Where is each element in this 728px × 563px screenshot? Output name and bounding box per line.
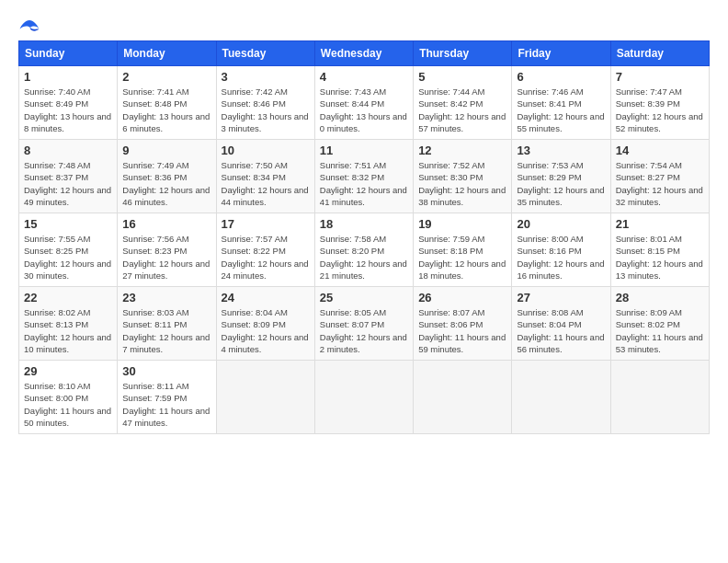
sunrise-label: Sunrise: 7:40 AM [24,86,90,97]
sunset-label: Sunset: 8:09 PM [222,319,286,329]
sunset-label: Sunset: 8:48 PM [122,98,187,109]
daylight-label: Daylight: 12 hours and 46 minutes. [122,185,210,207]
day-info: Sunrise: 7:57 AM Sunset: 8:22 PM Dayligh… [222,233,310,282]
calendar-cell: 28 Sunrise: 8:09 AM Sunset: 8:02 PM Dayl… [610,287,709,361]
daylight-label: Daylight: 12 hours and 10 minutes. [24,332,111,354]
sunrise-label: Sunrise: 8:07 AM [418,307,484,317]
calendar-cell: 7 Sunrise: 7:47 AM Sunset: 8:39 PM Dayli… [610,66,709,140]
daylight-label: Daylight: 12 hours and 32 minutes. [616,185,703,207]
daylight-label: Daylight: 11 hours and 53 minutes. [616,332,703,354]
calendar-cell: 23 Sunrise: 8:03 AM Sunset: 8:11 PM Dayl… [118,287,216,361]
day-info: Sunrise: 7:42 AM Sunset: 8:46 PM Dayligh… [222,86,310,134]
day-number: 18 [320,217,408,231]
sunset-label: Sunset: 8:20 PM [320,246,384,256]
day-number: 8 [24,144,112,157]
calendar-cell: 26 Sunrise: 8:07 AM Sunset: 8:06 PM Dayl… [414,287,512,361]
calendar-cell: 20 Sunrise: 8:00 AM Sunset: 8:16 PM Dayl… [512,213,610,287]
sunset-label: Sunset: 8:16 PM [517,246,581,256]
sunrise-label: Sunrise: 8:00 AM [517,234,583,244]
sunset-label: Sunset: 8:39 PM [616,98,680,109]
daylight-label: Daylight: 13 hours and 0 minutes. [320,111,407,133]
day-info: Sunrise: 7:55 AM Sunset: 8:25 PM Dayligh… [24,233,112,282]
weekday-header-cell: Sunday [19,41,118,66]
daylight-label: Daylight: 12 hours and 55 minutes. [517,111,604,133]
day-number: 11 [320,144,408,157]
day-info: Sunrise: 7:59 AM Sunset: 8:18 PM Dayligh… [418,233,506,282]
calendar-cell: 30 Sunrise: 8:11 AM Sunset: 7:59 PM Dayl… [118,361,216,434]
sunset-label: Sunset: 8:22 PM [222,246,286,256]
sunrise-label: Sunrise: 7:52 AM [418,160,484,170]
calendar-cell: 25 Sunrise: 8:05 AM Sunset: 8:07 PM Dayl… [314,287,413,361]
calendar-week-row: 22 Sunrise: 8:02 AM Sunset: 8:13 PM Dayl… [19,287,710,361]
sunrise-label: Sunrise: 8:09 AM [616,307,682,317]
day-number: 16 [122,217,210,231]
daylight-label: Daylight: 12 hours and 2 minutes. [320,332,407,354]
daylight-label: Daylight: 12 hours and 21 minutes. [320,259,407,281]
daylight-label: Daylight: 12 hours and 35 minutes. [517,185,604,207]
day-info: Sunrise: 7:58 AM Sunset: 8:20 PM Dayligh… [320,233,408,282]
sunrise-label: Sunrise: 7:41 AM [122,86,188,97]
daylight-label: Daylight: 12 hours and 57 minutes. [418,111,506,133]
day-info: Sunrise: 7:54 AM Sunset: 8:27 PM Dayligh… [616,159,704,208]
sunset-label: Sunset: 7:59 PM [122,393,187,403]
calendar-cell: 10 Sunrise: 7:50 AM Sunset: 8:34 PM Dayl… [216,140,314,213]
calendar-cell: 11 Sunrise: 7:51 AM Sunset: 8:32 PM Dayl… [314,140,413,213]
sunrise-label: Sunrise: 7:47 AM [616,86,682,97]
day-number: 12 [418,144,506,157]
day-number: 3 [222,70,310,84]
calendar-body: 1 Sunrise: 7:40 AM Sunset: 8:49 PM Dayli… [19,66,710,434]
calendar-cell: 27 Sunrise: 8:08 AM Sunset: 8:04 PM Dayl… [512,287,610,361]
day-info: Sunrise: 8:02 AM Sunset: 8:13 PM Dayligh… [24,306,112,355]
daylight-label: Daylight: 13 hours and 8 minutes. [24,111,111,133]
calendar-cell: 9 Sunrise: 7:49 AM Sunset: 8:36 PM Dayli… [118,140,216,213]
day-number: 14 [616,144,704,157]
day-info: Sunrise: 7:43 AM Sunset: 8:44 PM Dayligh… [320,86,408,134]
calendar-table: SundayMondayTuesdayWednesdayThursdayFrid… [18,40,710,434]
sunrise-label: Sunrise: 7:53 AM [517,160,583,170]
sunrise-label: Sunrise: 7:51 AM [320,160,386,170]
daylight-label: Daylight: 12 hours and 52 minutes. [616,111,703,133]
day-info: Sunrise: 7:46 AM Sunset: 8:41 PM Dayligh… [517,86,605,134]
calendar-cell [314,361,413,434]
daylight-label: Daylight: 11 hours and 59 minutes. [418,332,506,354]
day-info: Sunrise: 8:07 AM Sunset: 8:06 PM Dayligh… [418,306,506,355]
daylight-label: Daylight: 12 hours and 13 minutes. [616,259,703,281]
weekday-header-cell: Tuesday [216,41,314,66]
calendar-cell: 2 Sunrise: 7:41 AM Sunset: 8:48 PM Dayli… [118,66,216,140]
day-info: Sunrise: 7:48 AM Sunset: 8:37 PM Dayligh… [24,159,112,208]
day-number: 5 [418,70,506,84]
sunset-label: Sunset: 8:32 PM [320,172,384,182]
sunset-label: Sunset: 8:37 PM [24,172,88,182]
calendar-cell: 8 Sunrise: 7:48 AM Sunset: 8:37 PM Dayli… [19,140,118,213]
calendar-cell: 22 Sunrise: 8:02 AM Sunset: 8:13 PM Dayl… [19,287,118,361]
weekday-header-cell: Saturday [610,41,709,66]
day-number: 23 [122,291,210,304]
sunset-label: Sunset: 8:44 PM [320,98,384,109]
sunrise-label: Sunrise: 8:10 AM [24,381,90,391]
sunrise-label: Sunrise: 7:59 AM [418,234,484,244]
sunrise-label: Sunrise: 8:01 AM [616,234,682,244]
day-info: Sunrise: 8:08 AM Sunset: 8:04 PM Dayligh… [517,306,605,355]
calendar-week-row: 29 Sunrise: 8:10 AM Sunset: 8:00 PM Dayl… [19,361,710,434]
day-number: 10 [222,144,310,157]
daylight-label: Daylight: 12 hours and 38 minutes. [418,185,506,207]
day-number: 13 [517,144,605,157]
calendar-week-row: 8 Sunrise: 7:48 AM Sunset: 8:37 PM Dayli… [19,140,710,213]
day-info: Sunrise: 7:47 AM Sunset: 8:39 PM Dayligh… [616,86,704,134]
calendar-cell [610,361,709,434]
sunrise-label: Sunrise: 7:48 AM [24,160,90,170]
daylight-label: Daylight: 12 hours and 27 minutes. [122,259,210,281]
daylight-label: Daylight: 11 hours and 50 minutes. [24,406,111,428]
sunrise-label: Sunrise: 7:44 AM [418,86,484,97]
daylight-label: Daylight: 12 hours and 30 minutes. [24,259,111,281]
sunrise-label: Sunrise: 7:42 AM [222,86,288,97]
calendar-cell: 15 Sunrise: 7:55 AM Sunset: 8:25 PM Dayl… [19,213,118,287]
weekday-header-cell: Thursday [414,41,512,66]
day-info: Sunrise: 8:10 AM Sunset: 8:00 PM Dayligh… [24,380,112,429]
sunset-label: Sunset: 8:07 PM [320,319,384,329]
sunrise-label: Sunrise: 8:05 AM [320,307,386,317]
day-info: Sunrise: 7:49 AM Sunset: 8:36 PM Dayligh… [122,159,210,208]
day-info: Sunrise: 7:40 AM Sunset: 8:49 PM Dayligh… [24,86,112,134]
day-number: 25 [320,291,408,304]
sunset-label: Sunset: 8:00 PM [24,393,88,403]
